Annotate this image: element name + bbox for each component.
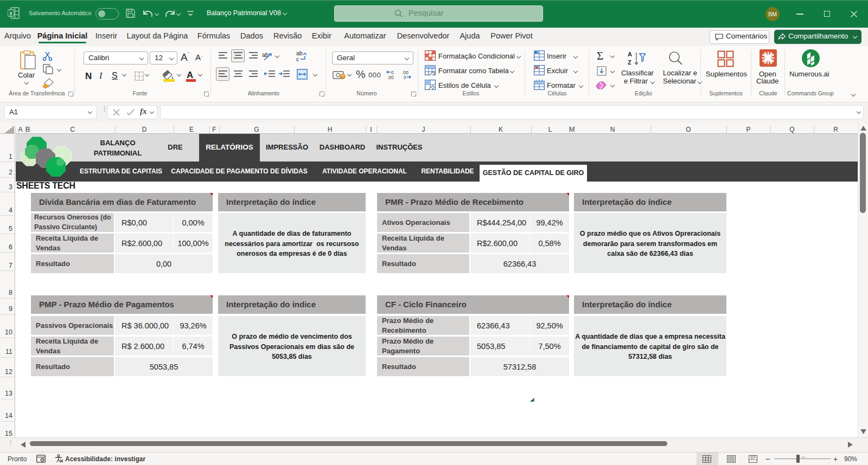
svg-text:.00: .00 bbox=[387, 75, 394, 80]
svg-text:x: x bbox=[9, 10, 12, 16]
svg-text:c: c bbox=[296, 56, 299, 62]
svg-text:A: A bbox=[628, 51, 632, 57]
svg-text:Z: Z bbox=[628, 59, 631, 66]
svg-text:0: 0 bbox=[404, 75, 406, 80]
